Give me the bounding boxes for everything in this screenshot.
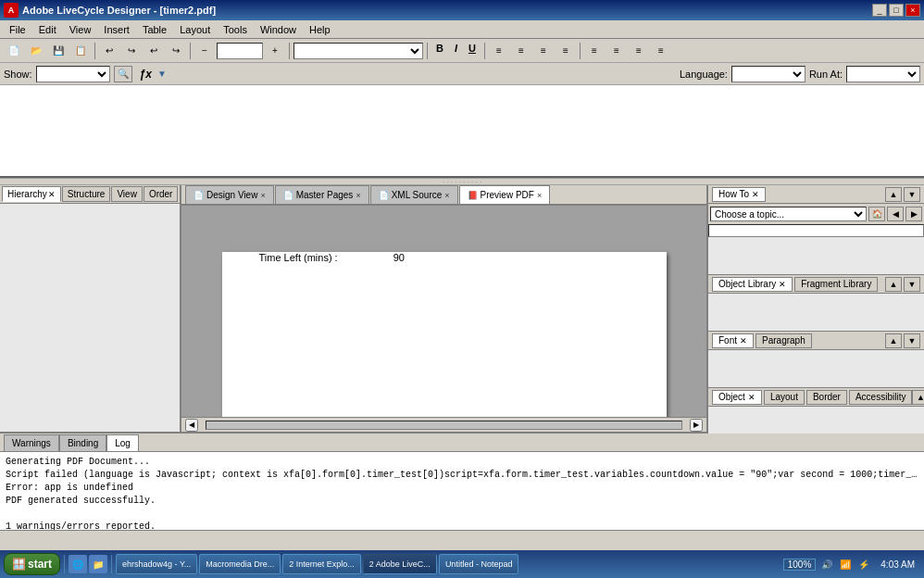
style-dropdown[interactable] [293, 43, 423, 59]
howto-options[interactable]: ▼ [904, 187, 920, 202]
show-dropdown[interactable] [36, 66, 110, 82]
close-button[interactable]: × [905, 4, 920, 17]
show-icon-button[interactable]: 🔍 [114, 66, 132, 82]
tab-preview-pdf[interactable]: 📕 Preview PDF × [459, 185, 551, 204]
xml-close[interactable]: × [444, 191, 449, 200]
align-right-button[interactable]: ≡ [533, 42, 554, 60]
menu-file[interactable]: File [4, 22, 31, 37]
horizontal-scrollbar[interactable]: ◀ ▶ [181, 417, 706, 432]
menu-table[interactable]: Table [137, 22, 172, 37]
tab-master-pages[interactable]: 📄 Master Pages × [275, 185, 369, 204]
log-tab-bar: Warnings Binding Log [0, 434, 924, 452]
insert-script-icon[interactable]: ▼ [157, 69, 167, 79]
tab-binding[interactable]: Binding [59, 434, 106, 451]
open-button[interactable]: 📂 [26, 42, 46, 60]
objlib-expand[interactable]: ▲ [885, 277, 902, 292]
tab-accessibility[interactable]: Accessibility [849, 390, 912, 405]
tab-warnings[interactable]: Warnings [4, 434, 59, 451]
tab-view[interactable]: View [111, 186, 143, 202]
hierarchy-close[interactable]: ✕ [48, 190, 56, 199]
scroll-right-btn[interactable]: ▶ [690, 419, 703, 432]
tab-border[interactable]: Border [806, 390, 847, 405]
extra2-button[interactable]: ≡ [606, 42, 627, 60]
design-canvas-area[interactable]: Time Left (mins) : 90 8.50 × 11.00 in [181, 206, 706, 417]
tab-xml-source[interactable]: 📄 XML Source × [370, 185, 458, 204]
preview-close[interactable]: × [537, 191, 542, 200]
start-button[interactable]: 🪟 start [4, 553, 60, 575]
window-controls[interactable]: _ □ × [872, 4, 920, 17]
minimize-button[interactable]: _ [872, 4, 887, 17]
objlib-options[interactable]: ▼ [904, 277, 920, 292]
font-close[interactable]: ✕ [740, 336, 747, 346]
align-justify-button[interactable]: ≡ [556, 42, 576, 60]
tab-howto[interactable]: How To ✕ [712, 187, 766, 202]
tab-object-library[interactable]: Object Library ✕ [712, 277, 793, 292]
tab-design-view[interactable]: 📄 Design View × [185, 185, 274, 204]
obj-lib-close[interactable]: ✕ [779, 280, 786, 289]
underline-button[interactable]: U [464, 42, 481, 60]
restore-button[interactable]: □ [889, 4, 904, 17]
back-button[interactable]: ◀ [887, 207, 904, 221]
howto-topic-dropdown[interactable]: Choose a topic... [710, 207, 867, 221]
run-at-dropdown[interactable] [846, 66, 920, 82]
zoom-input[interactable]: 77% [217, 43, 263, 59]
taskbar-btn-4[interactable]: 2 Adobe LiveC... [363, 554, 437, 574]
tab-font[interactable]: Font ✕ [712, 333, 754, 348]
tab-object[interactable]: Object ✕ [712, 390, 762, 405]
menu-help[interactable]: Help [304, 22, 336, 37]
script-editor[interactable] [0, 85, 924, 178]
tab-hierarchy[interactable]: Hierarchy ✕ [2, 186, 61, 202]
design-close[interactable]: × [260, 191, 265, 200]
tab-layout[interactable]: Layout [764, 390, 805, 405]
tab-paragraph[interactable]: Paragraph [755, 333, 812, 348]
bold-button[interactable]: B [431, 42, 448, 60]
taskbar-folder-icon[interactable]: 📁 [89, 555, 107, 573]
extra4-button[interactable]: ≡ [651, 42, 671, 60]
font-expand[interactable]: ▲ [885, 333, 902, 348]
menu-edit[interactable]: Edit [33, 22, 62, 37]
menu-view[interactable]: View [64, 22, 97, 37]
taskbar-btn-2[interactable]: Macromedia Dre... [199, 554, 281, 574]
taskbar-btn-3[interactable]: 2 Internet Explo... [282, 554, 361, 574]
taskbar-btn-1[interactable]: ehrshadow4g - Y... [116, 554, 197, 574]
zoom-out-button[interactable]: − [194, 42, 215, 60]
menu-window[interactable]: Window [255, 22, 302, 37]
menu-layout[interactable]: Layout [174, 22, 216, 37]
forward-button[interactable]: ▶ [905, 207, 922, 221]
save-button[interactable]: 💾 [48, 42, 69, 60]
redo-button[interactable]: ↪ [121, 42, 142, 60]
save-as-button[interactable]: 📋 [70, 42, 91, 60]
object-expand[interactable]: ▲ [912, 390, 924, 405]
tab-fragment-library[interactable]: Fragment Library [794, 277, 878, 292]
font-options[interactable]: ▼ [904, 333, 920, 348]
home-button[interactable]: 🏠 [868, 207, 885, 221]
italic-button[interactable]: I [450, 42, 462, 60]
tab-log[interactable]: Log [106, 434, 139, 451]
extra1-button[interactable]: ≡ [584, 42, 605, 60]
log-horizontal-scrollbar[interactable] [0, 530, 924, 543]
resize-handle-1[interactable]: · · · · · · · · · · [0, 178, 924, 185]
redo2-button[interactable]: ↪ [166, 42, 186, 60]
object-library-tabs: Object Library ✕ Fragment Library [712, 277, 878, 292]
object-close[interactable]: ✕ [748, 393, 755, 402]
howto-expand[interactable]: ▲ [885, 187, 902, 202]
tab-order[interactable]: Order [144, 186, 179, 202]
howto-search-input[interactable] [708, 224, 924, 237]
menu-insert[interactable]: Insert [98, 22, 135, 37]
scroll-left-btn[interactable]: ◀ [185, 419, 198, 432]
taskbar-ie-icon[interactable]: 🌐 [69, 555, 87, 573]
extra3-button[interactable]: ≡ [629, 42, 649, 60]
undo2-button[interactable]: ↩ [144, 42, 164, 60]
align-left-button[interactable]: ≡ [489, 42, 509, 60]
tab-structure[interactable]: Structure [62, 186, 111, 202]
howto-close[interactable]: ✕ [752, 190, 759, 199]
align-center-button[interactable]: ≡ [511, 42, 531, 60]
new-button[interactable]: 📄 [4, 42, 24, 60]
menu-tools[interactable]: Tools [218, 22, 253, 37]
master-close[interactable]: × [356, 191, 360, 200]
taskbar-btn-notepad[interactable]: Untitled - Notepad [439, 554, 519, 574]
zoom-in-button[interactable]: + [265, 42, 285, 60]
language-dropdown[interactable] [731, 66, 805, 82]
scroll-track[interactable] [206, 421, 682, 430]
undo-button[interactable]: ↩ [99, 42, 119, 60]
